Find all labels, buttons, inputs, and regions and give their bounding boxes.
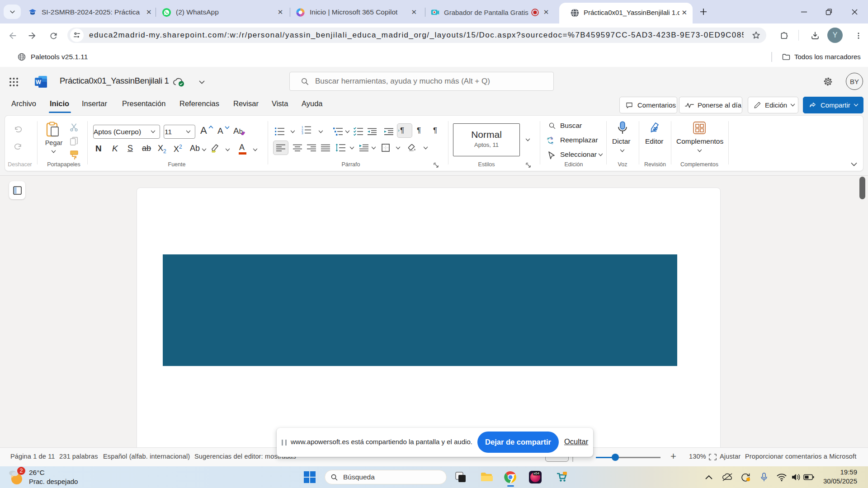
svg-text:3: 3 bbox=[302, 131, 303, 134]
svg-text:W: W bbox=[36, 79, 41, 85]
svg-text:c: c bbox=[551, 141, 553, 145]
svg-text:c: c bbox=[547, 136, 549, 141]
